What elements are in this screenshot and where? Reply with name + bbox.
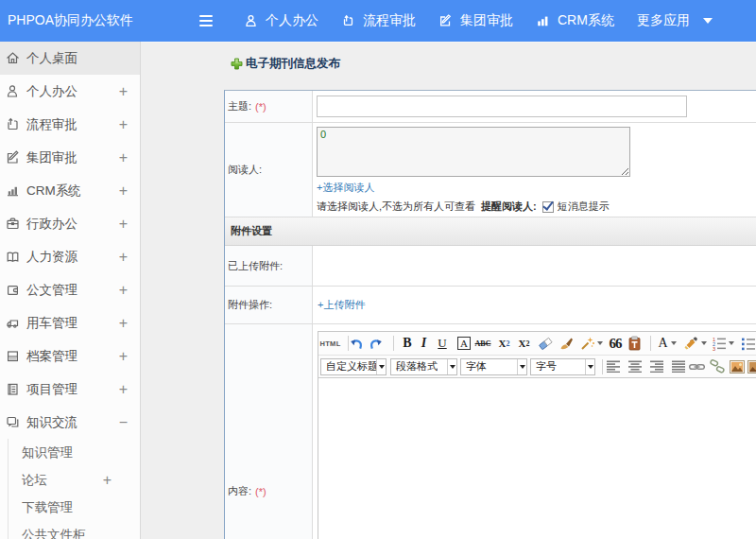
book-icon (5, 249, 21, 265)
expand-icon[interactable]: + (119, 116, 128, 133)
caret-down-icon[interactable] (729, 341, 734, 345)
toolbar-separator (393, 336, 394, 351)
undo-icon[interactable] (349, 334, 365, 353)
justify-icon[interactable] (672, 357, 686, 376)
bold-icon[interactable]: B (402, 334, 413, 353)
sidebar-item-hr[interactable]: 人力资源 + (0, 240, 140, 273)
page-title: 电子期刊信息发布 (231, 53, 756, 74)
expand-icon[interactable]: + (119, 348, 128, 365)
sidebar-item-project[interactable]: 项目管理 + (0, 373, 140, 406)
sidebar-item-crm[interactable]: CRM系统 + (0, 174, 140, 207)
content-label-text: 内容: (228, 484, 251, 498)
expand-icon[interactable]: + (119, 249, 128, 266)
unlink-icon[interactable] (710, 357, 725, 376)
subscript-icon[interactable]: X2 (518, 334, 530, 353)
sms-remind-checkbox[interactable] (542, 201, 554, 213)
nav-label: 流程审批 (363, 12, 416, 29)
paragraph-format-select[interactable]: 段落格式 (390, 358, 457, 375)
custom-title-select[interactable]: 自定义标题 (320, 358, 387, 375)
expand-icon[interactable]: + (119, 381, 128, 398)
paste-text-icon[interactable] (627, 334, 642, 353)
sidebar-item-vehicle[interactable]: 用车管理 + (0, 306, 140, 339)
html-source-button[interactable]: HTML (322, 334, 338, 353)
sidebar-item-doc-mgmt[interactable]: 公文管理 + (0, 273, 140, 306)
caret-down-icon[interactable] (376, 359, 386, 374)
nav-more-apps[interactable]: 更多应用 (637, 12, 713, 29)
strikethrough-icon[interactable]: ABC (476, 334, 490, 353)
sidebar-subitem-knowledge-mgmt[interactable]: 知识管理 (9, 439, 140, 466)
sidebar-item-admin-office[interactable]: 行政办公 + (0, 207, 140, 240)
sidebar-item-label: 知识交流 (26, 414, 119, 431)
sidebar-item-workflow[interactable]: 流程审批 + (0, 108, 140, 141)
align-right-icon[interactable] (650, 357, 664, 376)
media-icon[interactable] (747, 357, 756, 376)
nav-workflow-approval[interactable]: 流程审批 (341, 12, 416, 29)
font-color-icon[interactable]: A (657, 334, 669, 353)
sidebar-item-desktop[interactable]: 个人桌面 (0, 42, 140, 75)
sidebar-item-label: 个人桌面 (26, 50, 128, 67)
subject-input[interactable] (317, 96, 687, 117)
unordered-list-icon[interactable] (741, 334, 756, 353)
font-box-icon[interactable]: A (457, 337, 471, 350)
font-family-select[interactable]: 字体 (460, 358, 527, 375)
expand-icon[interactable]: + (119, 315, 128, 332)
ordered-list-icon[interactable]: 123 (712, 334, 727, 353)
content-label: 内容: (*) (225, 324, 313, 539)
sidebar-item-knowledge[interactable]: 知识交流 − (0, 406, 140, 439)
font-size-select[interactable]: 字号 (530, 358, 595, 375)
upload-attachment-link[interactable]: +上传附件 (318, 298, 365, 312)
sidebar-subitem-download[interactable]: 下载管理 (9, 494, 140, 521)
autotypeset-icon[interactable] (580, 334, 595, 353)
caret-down-icon[interactable] (447, 359, 456, 374)
sidebar-item-personal-office[interactable]: 个人办公 + (0, 75, 140, 108)
underline-icon[interactable]: U (437, 334, 448, 353)
blockquote-icon[interactable]: 66 (609, 334, 622, 353)
italic-icon[interactable]: I (421, 334, 427, 353)
page-title-text: 电子期刊信息发布 (246, 56, 340, 72)
expand-icon[interactable]: + (103, 472, 112, 489)
align-center-icon[interactable] (628, 357, 643, 376)
nav-crm[interactable]: CRM系统 (536, 12, 614, 29)
edit-icon (5, 149, 21, 165)
expand-icon[interactable]: + (119, 83, 128, 100)
subject-label: 主题: (*) (225, 91, 313, 122)
attachment-section-title: 附件设置 (231, 224, 272, 238)
add-icon (231, 58, 243, 70)
redo-icon[interactable] (368, 334, 384, 353)
format-brush-icon[interactable] (559, 334, 575, 353)
car-icon (5, 315, 21, 331)
readers-textarea[interactable]: 0 (317, 127, 630, 177)
sidebar-item-label: CRM系统 (26, 183, 119, 200)
caret-down-icon[interactable] (585, 359, 594, 374)
superscript-icon[interactable]: X2 (498, 334, 510, 353)
sidebar-item-group-approval[interactable]: 集团审批 + (0, 141, 140, 174)
caret-down-icon[interactable] (701, 341, 707, 345)
expand-icon[interactable]: + (119, 149, 128, 166)
attachment-section-header: 附件设置 (225, 217, 756, 246)
collapse-icon[interactable]: − (119, 414, 128, 431)
nav-personal-office[interactable]: 个人办公 (244, 12, 318, 29)
caret-down-icon[interactable] (671, 341, 677, 345)
sidebar-subitem-forum[interactable]: 论坛 + (9, 466, 140, 494)
expand-icon[interactable]: + (119, 282, 128, 299)
menu-toggle-icon[interactable] (199, 0, 213, 42)
sidebar-subitem-public-files[interactable]: 公共文件柜 (9, 521, 140, 539)
link-icon[interactable] (689, 357, 705, 376)
nav-group-approval[interactable]: 集团审批 (438, 12, 513, 29)
eraser-icon[interactable] (538, 334, 554, 353)
nav-label: 个人办公 (266, 12, 318, 29)
sidebar-item-archive[interactable]: 档案管理 + (0, 339, 140, 373)
sidebar-item-label: 论坛 (22, 472, 103, 489)
caret-down-icon[interactable] (517, 359, 526, 374)
caret-down-icon[interactable] (597, 341, 603, 345)
select-readers-link[interactable]: +选择阅读人 (317, 181, 374, 195)
align-left-icon[interactable] (607, 357, 621, 376)
editor-content-area[interactable] (318, 378, 756, 539)
highlight-pen-icon[interactable] (683, 334, 699, 353)
image-icon[interactable] (730, 357, 745, 376)
expand-icon[interactable]: + (119, 216, 128, 233)
attach-op-row: 附件操作: +上传附件 (225, 287, 756, 324)
expand-icon[interactable]: + (119, 183, 128, 200)
knowledge-icon (5, 414, 21, 430)
select-value: 字体 (461, 359, 487, 374)
